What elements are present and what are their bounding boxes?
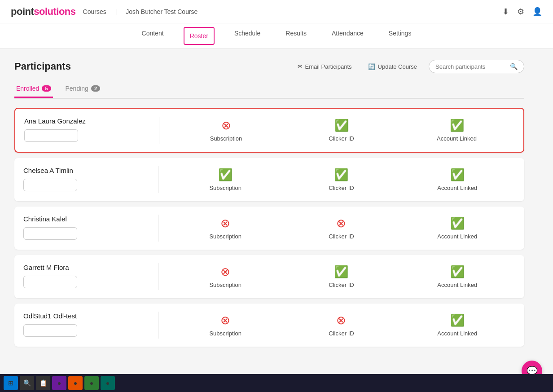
clicker-id-icon-success: ✅	[334, 119, 349, 132]
nav-roster[interactable]: Roster	[184, 27, 215, 45]
tab-pending[interactable]: Pending 2	[64, 80, 102, 98]
subscription-label: Subscription	[209, 282, 241, 288]
account-linked-label: Account Linked	[437, 282, 477, 288]
account-linked-label: Account Linked	[437, 185, 477, 191]
clicker-id-status: ✅ Clicker ID	[319, 265, 364, 288]
participants-header: Participants ✉ Email Participants 🔄 Upda…	[14, 60, 524, 73]
account-linked-status: ✅ Account Linked	[435, 265, 480, 288]
participant-statuses: ✅ Subscription ✅ Clicker ID ✅ Account Li…	[167, 168, 515, 191]
participant-name: Chelsea A Timlin	[23, 167, 149, 174]
header-separator: |	[115, 8, 117, 15]
subscription-icon-error: ⊗	[220, 265, 230, 279]
clicker-id-status: ✅ Clicker ID	[319, 119, 364, 142]
participant-row: Chelsea A Timlin ✅ Subscription ✅ Clicke…	[14, 158, 524, 201]
subscription-label: Subscription	[209, 233, 241, 240]
clicker-id-status: ✅ Clicker ID	[319, 168, 364, 191]
subscription-icon-error: ⊗	[221, 119, 231, 132]
participant-tag	[24, 129, 78, 142]
participant-tag	[23, 179, 77, 191]
logo-solutions: solutions	[34, 6, 75, 18]
subscription-icon-error: ⊗	[220, 216, 230, 230]
search-box: 🔍	[429, 60, 524, 73]
participant-name: Christina Kalel	[23, 215, 149, 223]
courses-link[interactable]: Courses	[83, 8, 106, 15]
page-title: Participants	[14, 61, 71, 72]
account-linked-label: Account Linked	[437, 233, 477, 240]
divider	[158, 312, 158, 339]
subscription-status: ⊗ Subscription	[203, 265, 248, 288]
divider	[159, 117, 159, 144]
participant-statuses: ⊗ Subscription ✅ Clicker ID ✅ Account Li…	[167, 265, 515, 288]
participant-row: Christina Kalel ⊗ Subscription ⊗ Clicker…	[14, 207, 524, 250]
participant-tag	[23, 227, 77, 240]
email-icon: ✉	[298, 63, 303, 70]
divider	[158, 166, 158, 193]
participant-row: Ana Laura Gonzalez ⊗ Subscription ✅ Clic…	[14, 108, 524, 153]
participant-tag	[23, 276, 77, 288]
clicker-id-icon-success: ✅	[334, 265, 348, 279]
header-icons: ⬇ ⚙ 👤	[502, 7, 542, 17]
download-icon[interactable]: ⬇	[502, 7, 509, 17]
user-icon[interactable]: 👤	[532, 7, 542, 17]
participant-statuses: ⊗ Subscription ✅ Clicker ID ✅ Account Li…	[168, 119, 514, 142]
clicker-id-label: Clicker ID	[329, 135, 354, 142]
participant-row: Garrett M Flora ⊗ Subscription ✅ Clicker…	[14, 255, 524, 298]
search-icon: 🔍	[510, 63, 518, 70]
account-linked-icon-success: ✅	[450, 119, 464, 132]
subscription-label: Subscription	[209, 330, 241, 337]
enrolled-count: 5	[42, 85, 51, 92]
header: pointsolutions Courses | Josh Butcher Te…	[0, 0, 553, 23]
divider	[158, 215, 158, 242]
clicker-id-label: Clicker ID	[329, 185, 354, 191]
nav-settings[interactable]: Settings	[383, 23, 417, 48]
nav-attendance[interactable]: Attendance	[326, 23, 369, 48]
participant-info: OdlStud1 Odl-test	[23, 312, 158, 338]
account-linked-status: ✅ Account Linked	[435, 168, 480, 191]
search-input[interactable]	[435, 63, 507, 70]
subscription-status: ⊗ Subscription	[203, 216, 248, 240]
participant-info: Ana Laura Gonzalez	[24, 117, 159, 143]
clicker-id-label: Clicker ID	[329, 233, 354, 240]
subscription-status: ⊗ Subscription	[203, 313, 248, 337]
refresh-icon: 🔄	[368, 63, 375, 70]
nav-schedule[interactable]: Schedule	[229, 23, 266, 48]
update-course-button[interactable]: 🔄 Update Course	[364, 61, 421, 73]
pending-label: Pending	[66, 85, 88, 92]
gear-icon[interactable]: ⚙	[517, 7, 524, 17]
logo-point: point	[11, 6, 34, 18]
nav-results[interactable]: Results	[280, 23, 312, 48]
account-linked-status: ✅ Account Linked	[435, 313, 480, 337]
subscription-icon-error: ⊗	[220, 313, 230, 327]
tab-enrolled[interactable]: Enrolled 5	[14, 80, 53, 98]
clicker-id-status: ⊗ Clicker ID	[319, 313, 364, 337]
logo: pointsolutions	[11, 6, 76, 18]
main-content: Participants ✉ Email Participants 🔄 Upda…	[0, 49, 539, 363]
participant-row: OdlStud1 Odl-test ⊗ Subscription ⊗ Click…	[14, 304, 524, 347]
email-participants-button[interactable]: ✉ Email Participants	[293, 61, 356, 73]
clicker-id-icon-success: ✅	[334, 168, 348, 182]
account-linked-icon-success: ✅	[450, 168, 465, 182]
tabs: Enrolled 5 Pending 2	[14, 80, 524, 99]
nav-content[interactable]: Content	[136, 23, 169, 48]
participant-info: Garrett M Flora	[23, 264, 158, 290]
enrolled-label: Enrolled	[16, 85, 39, 92]
subscription-label: Subscription	[209, 185, 241, 191]
divider	[158, 263, 158, 290]
account-linked-icon-success: ✅	[450, 216, 465, 230]
clicker-id-icon-error: ⊗	[336, 216, 346, 230]
participant-name: Ana Laura Gonzalez	[24, 117, 150, 125]
participant-statuses: ⊗ Subscription ⊗ Clicker ID ✅ Account Li…	[167, 313, 515, 337]
subscription-status: ⊗ Subscription	[204, 119, 249, 142]
participant-info: Christina Kalel	[23, 215, 158, 241]
participant-name: OdlStud1 Odl-test	[23, 312, 149, 320]
participant-tag	[23, 324, 77, 337]
course-name: Josh Butcher Test Course	[126, 8, 198, 15]
navigation: Content Roster Schedule Results Attendan…	[0, 23, 553, 49]
clicker-id-label: Clicker ID	[329, 282, 354, 288]
account-linked-status: ✅ Account Linked	[435, 216, 480, 240]
account-linked-icon-success: ✅	[450, 313, 465, 327]
participant-name: Garrett M Flora	[23, 264, 149, 271]
pending-count: 2	[91, 85, 100, 92]
account-linked-status: ✅ Account Linked	[434, 119, 479, 142]
clicker-id-icon-error: ⊗	[336, 313, 346, 327]
